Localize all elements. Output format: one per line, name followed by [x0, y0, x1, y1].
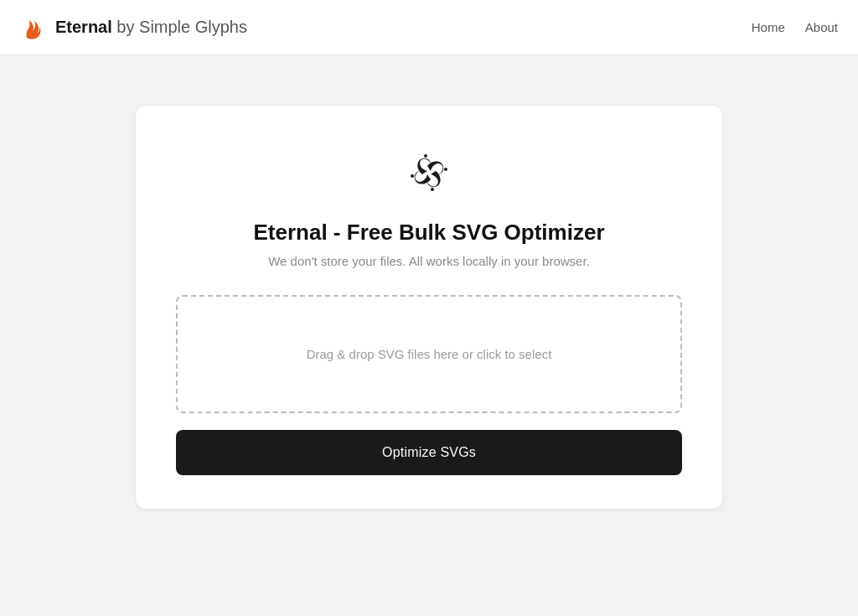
card-header: Eternal - Free Bulk SVG Optimizer We don…: [176, 146, 682, 268]
svg-point-1: [411, 174, 414, 178]
brand-name: Eternal by Simple Glyphs: [55, 18, 247, 37]
nav-about-link[interactable]: About: [805, 20, 838, 34]
svg-point-2: [431, 188, 434, 191]
optimizer-card: Eternal - Free Bulk SVG Optimizer We don…: [136, 106, 722, 509]
app-spinner-icon: [402, 146, 456, 199]
optimize-button[interactable]: Optimize SVGs: [176, 430, 682, 475]
nav-home-link[interactable]: Home: [752, 20, 785, 34]
main-content: Eternal - Free Bulk SVG Optimizer We don…: [0, 55, 858, 559]
main-nav: Home About: [752, 20, 838, 34]
svg-point-3: [424, 154, 427, 158]
brand-logo-icon: [20, 14, 47, 41]
card-subtitle: We don't store your files. All works loc…: [268, 254, 590, 268]
svg-point-0: [444, 168, 447, 171]
card-title: Eternal - Free Bulk SVG Optimizer: [254, 220, 605, 246]
dropzone-label: Drag & drop SVG files here or click to s…: [307, 347, 552, 361]
app-header: Eternal by Simple Glyphs Home About: [0, 0, 858, 55]
file-dropzone[interactable]: Drag & drop SVG files here or click to s…: [176, 295, 682, 413]
brand-area: Eternal by Simple Glyphs: [20, 14, 247, 41]
